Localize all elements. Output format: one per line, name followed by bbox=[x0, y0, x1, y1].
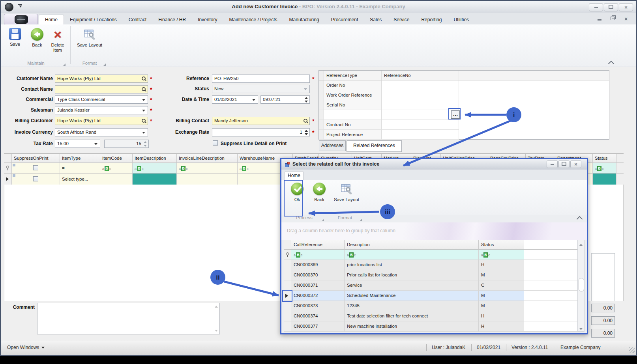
call-row[interactable]: CN0000374 Test date selection filter for… bbox=[284, 311, 585, 321]
collapse-ribbon-icon[interactable] bbox=[608, 61, 615, 67]
column-header-description[interactable]: Description bbox=[345, 240, 479, 250]
delete-item-button[interactable]: × Delete Item bbox=[47, 26, 68, 60]
call-row[interactable]: CN0000369 prior locations list H bbox=[284, 260, 585, 270]
mdi-restore-icon[interactable] bbox=[611, 17, 615, 20]
filter-status[interactable] bbox=[479, 250, 524, 260]
column-header-referenceno[interactable]: ReferenceNo bbox=[382, 71, 459, 80]
cell-callreference[interactable]: CN0000371 bbox=[291, 280, 345, 291]
column-header-status[interactable]: Status bbox=[593, 154, 616, 163]
tab-equipment-locations[interactable]: Equipment / Locations bbox=[64, 16, 123, 24]
group-by-bar[interactable]: Drag a column header here to group by th… bbox=[281, 222, 587, 240]
filter-description[interactable] bbox=[345, 250, 479, 260]
cell-suppressonprint[interactable] bbox=[12, 174, 60, 185]
cell-callreference[interactable]: CN0000373 bbox=[291, 301, 345, 311]
call-row[interactable]: CN0000371 Service C bbox=[284, 280, 585, 291]
spinner-arrows-icon[interactable] bbox=[304, 97, 309, 103]
cell-status[interactable]: M bbox=[479, 291, 524, 301]
tax-rate-spinner[interactable]: 15 bbox=[104, 140, 149, 148]
application-menu-button[interactable] bbox=[4, 14, 38, 25]
cell-description[interactable]: Test date selection filter for tech conn… bbox=[345, 311, 479, 321]
ref-row-contract-no[interactable]: Contract No bbox=[324, 120, 382, 130]
ref-value-serial-no[interactable] bbox=[382, 100, 459, 110]
column-header-status[interactable]: Status bbox=[479, 240, 524, 250]
column-header-itemdescription[interactable]: ItemDescription bbox=[133, 154, 177, 163]
cell-status[interactable]: M bbox=[479, 270, 524, 280]
checkbox-indeterminate-icon[interactable] bbox=[33, 176, 38, 181]
exchange-rate-field[interactable]: 1 bbox=[212, 128, 310, 136]
tab-sales[interactable]: Sales bbox=[364, 16, 388, 24]
tab-home[interactable]: Home bbox=[39, 15, 64, 25]
cell-status[interactable]: H bbox=[479, 321, 524, 332]
cell-status[interactable]: H bbox=[479, 311, 524, 321]
close-button[interactable]: × bbox=[619, 3, 633, 11]
tab-reporting[interactable]: Reporting bbox=[415, 16, 448, 24]
dialog-save-layout-button[interactable]: Save Layout bbox=[331, 181, 362, 214]
minimize-button[interactable] bbox=[589, 3, 603, 11]
cell-status[interactable]: H bbox=[479, 260, 524, 270]
commercial-select[interactable]: Type Class Commercial bbox=[55, 95, 148, 104]
dialog-back-button[interactable]: Back bbox=[309, 181, 330, 214]
open-windows-button[interactable]: Open Windows bbox=[7, 345, 45, 350]
ref-value-contract-no[interactable] bbox=[382, 120, 459, 130]
resize-grip-icon[interactable] bbox=[629, 347, 635, 353]
call-row[interactable]: CN0000373 12345 M bbox=[284, 301, 585, 311]
vertical-scrollbar[interactable] bbox=[577, 240, 585, 332]
column-header-referencetype[interactable]: ReferenceType bbox=[324, 71, 382, 80]
tab-related-references[interactable]: Related References bbox=[347, 140, 402, 152]
contact-name-field[interactable] bbox=[55, 85, 148, 93]
cell-description[interactable]: New machine installation bbox=[345, 321, 479, 332]
chevron-down-icon[interactable] bbox=[94, 143, 97, 145]
suppress-line-detail-checkbox[interactable] bbox=[213, 140, 218, 146]
filter-status[interactable] bbox=[593, 163, 616, 174]
filter-itemdescription[interactable] bbox=[133, 163, 177, 174]
cell-itemdescription-selected[interactable] bbox=[133, 174, 177, 185]
ref-value-call-reference[interactable] bbox=[382, 110, 459, 120]
dialog-minimize-button[interactable] bbox=[547, 161, 558, 168]
tab-maintenance-projects[interactable]: Maintenance / Projects bbox=[223, 16, 283, 24]
tab-inventory[interactable]: Inventory bbox=[192, 16, 223, 24]
call-reference-lookup-button[interactable]: … bbox=[451, 110, 460, 119]
time-field[interactable]: 09:07:21 bbox=[260, 95, 310, 104]
search-icon[interactable] bbox=[303, 118, 308, 124]
cell-itemcode[interactable] bbox=[100, 174, 133, 185]
search-icon[interactable] bbox=[141, 118, 146, 124]
search-icon[interactable] bbox=[141, 87, 146, 92]
ref-value-project-reference[interactable] bbox=[382, 130, 459, 140]
chevron-down-icon[interactable] bbox=[142, 132, 145, 134]
column-header-invoicelinedescription[interactable]: InvoiceLineDescription bbox=[177, 154, 238, 163]
filter-invoicelinedescription[interactable] bbox=[177, 163, 238, 174]
column-header-suppressonprint[interactable]: SuppressOnPrint bbox=[12, 154, 60, 163]
customer-name-field[interactable]: Hope Works (Pty) Ltd bbox=[55, 75, 148, 83]
save-layout-button[interactable]: Save Layout bbox=[74, 26, 105, 60]
call-row-selected[interactable]: CN0000372 Scheduled Maintenance M bbox=[284, 291, 585, 301]
cell-description[interactable]: 12345 bbox=[345, 301, 479, 311]
cell-callreference[interactable]: CN0000377 bbox=[291, 321, 345, 332]
cell-itemtype-select-type[interactable]: Select type... bbox=[60, 174, 100, 185]
comment-input[interactable] bbox=[37, 303, 220, 334]
salesman-select[interactable]: Julanda Kessler bbox=[55, 106, 148, 114]
dialog-close-button[interactable]: × bbox=[570, 161, 581, 168]
column-header-itemtype[interactable]: ItemType bbox=[60, 154, 100, 163]
cell-description[interactable]: Service bbox=[345, 280, 479, 291]
cell-status[interactable]: C bbox=[479, 280, 524, 291]
ok-button[interactable]: Ok bbox=[287, 181, 307, 214]
tab-utilities[interactable]: Utilities bbox=[448, 16, 475, 24]
process-dialog-launcher-icon[interactable] bbox=[322, 219, 324, 221]
cell-status[interactable] bbox=[593, 174, 616, 185]
scroll-down-icon[interactable] bbox=[215, 330, 218, 332]
call-row[interactable]: CN0000377 New machine installation H bbox=[284, 321, 585, 332]
dialog-maximize-button[interactable] bbox=[558, 161, 570, 168]
tab-service[interactable]: Service bbox=[388, 16, 415, 24]
tab-addresses[interactable]: Addresses bbox=[319, 140, 346, 151]
mdi-minimize-icon[interactable] bbox=[598, 19, 601, 21]
ref-value-work-order-reference[interactable] bbox=[382, 90, 459, 100]
filter-itemcode[interactable] bbox=[100, 163, 133, 174]
ref-row-order-no[interactable]: Order No bbox=[324, 80, 382, 90]
invoice-currency-select[interactable]: South African Rand bbox=[55, 128, 148, 136]
cell-description[interactable]: Scheduled Maintenance bbox=[345, 291, 479, 301]
tab-procurement[interactable]: Procurement bbox=[325, 16, 364, 24]
tax-rate-select[interactable]: 15.00 bbox=[55, 140, 100, 148]
cell-callreference[interactable]: CN0000372 bbox=[291, 291, 345, 301]
ref-row-work-order-reference[interactable]: Work Order Reference bbox=[324, 90, 382, 100]
tab-finance-hr[interactable]: Finance / HR bbox=[152, 16, 192, 24]
